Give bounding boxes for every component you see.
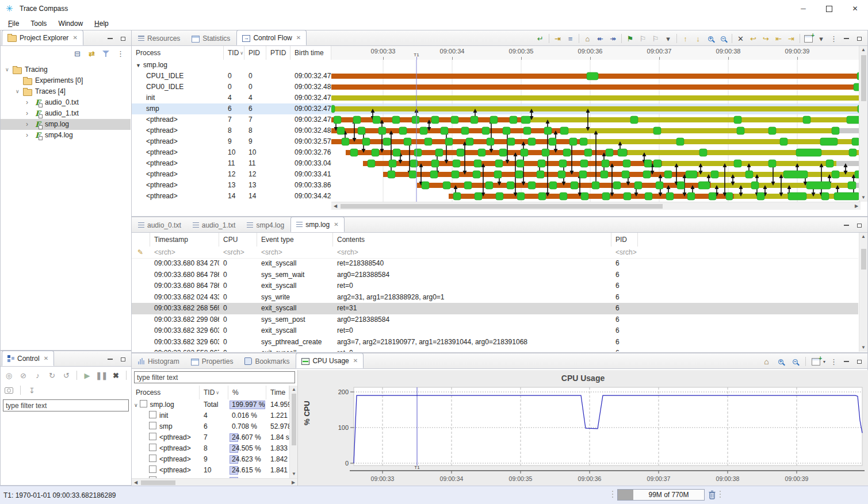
event-row[interactable]: 09:00:33.680 864 7860sys_sem_waitarg0=21…	[132, 270, 858, 281]
event-row[interactable]: 09:00:33.682 268 5690exit_syscallret=316	[132, 303, 858, 314]
cpu-filter-input[interactable]	[134, 371, 295, 383]
row-checkbox[interactable]	[149, 411, 156, 418]
events-vscrollbar[interactable]: ▲ ▼	[859, 233, 867, 352]
cpu-row-smp[interactable]: smp60.708 %52.978	[132, 421, 289, 432]
tab-histogram[interactable]: Histogram	[133, 354, 185, 368]
add-bookmark-icon[interactable]: ⚑	[624, 33, 636, 45]
column-header-event-type[interactable]: Event type	[257, 233, 333, 247]
go-first-icon[interactable]: ⇤	[773, 33, 785, 45]
column-header-process[interactable]: Process	[132, 386, 200, 399]
process-row-smp[interactable]: smp6609:00:32.4760	[132, 103, 331, 114]
close-icon[interactable]: ✕	[72, 34, 77, 41]
process-row-cpu1-idle[interactable]: CPU1_IDLE0009:00:32.4789	[132, 71, 331, 82]
disconnect-icon[interactable]: ⊘	[17, 370, 29, 382]
maximize-view-icon[interactable]	[117, 33, 129, 44]
minimize-view-icon[interactable]	[840, 356, 852, 367]
row-checkbox[interactable]	[149, 444, 156, 451]
view-dropdown-icon[interactable]: ▾	[815, 33, 827, 45]
tree-item-traces-4-[interactable]: ∨Traces [4]	[1, 86, 131, 97]
event-row[interactable]: 09:00:33.680 834 2700exit_syscallret=218…	[132, 258, 858, 270]
close-icon[interactable]: ✕	[296, 34, 301, 41]
refresh-icon[interactable]: ↻	[46, 370, 58, 382]
search-cell[interactable]: <srch>	[257, 247, 333, 258]
row-checkbox[interactable]	[149, 465, 156, 473]
expander-icon[interactable]: ▼	[136, 63, 141, 68]
timeline-hscrollbar[interactable]: ◀ ▶	[331, 202, 861, 210]
link-with-editor-icon[interactable]: ⇄	[86, 48, 98, 60]
event-row[interactable]: 09:00:33.682 329 6030sys_pthread_createa…	[132, 337, 858, 348]
grip-handle[interactable]	[612, 490, 614, 500]
tree-item-audio-1-txt[interactable]: ›Faudio_1.txt	[1, 108, 131, 119]
new-view-dropdown-icon[interactable]: ▾	[823, 359, 825, 364]
menu-item-file[interactable]: File	[2, 20, 25, 28]
cpu-row--pthread-[interactable]: <pthread>1024.615 %1.841 s	[132, 465, 289, 476]
import-trace-icon[interactable]: ↧	[26, 384, 38, 397]
column-header-pid[interactable]: PID	[611, 233, 638, 247]
column-header-tid[interactable]: TID∨	[224, 46, 244, 60]
tab-control[interactable]: Control ✕	[2, 351, 54, 366]
tree-item-audio-0-txt[interactable]: ›Faudio_0.txt	[1, 97, 131, 108]
tree-item-tracing[interactable]: ∨Tracing	[1, 64, 131, 75]
move-up-icon[interactable]: ↑	[679, 33, 691, 45]
grip-handle[interactable]	[720, 490, 722, 500]
tab-control-flow[interactable]: →Control Flow✕	[236, 30, 307, 45]
pause-trace-icon[interactable]: ❚❚	[95, 370, 108, 382]
close-icon[interactable]: ✕	[44, 355, 48, 361]
menu-item-tools[interactable]: Tools	[25, 20, 52, 28]
cpu-row-init[interactable]: init40.016 %1.221 m	[132, 410, 289, 421]
process-row-init[interactable]: init4409:00:32.4760	[132, 93, 331, 103]
expander-icon[interactable]: ∨	[16, 86, 23, 97]
column-header-tid[interactable]: TID∨	[200, 386, 228, 399]
row-checkbox[interactable]	[140, 400, 147, 407]
event-row[interactable]: 09:00:33.682 299 0860sys_sem_postarg0=21…	[132, 314, 858, 326]
timeline-axis[interactable]: 09:00:3309:00:3409:00:3509:00:3609:00:37…	[331, 46, 861, 60]
tab-smp-log[interactable]: smp.log✕	[290, 217, 344, 232]
reset-time-scale-icon[interactable]: ⌂	[760, 356, 773, 368]
maximize-view-icon[interactable]	[854, 220, 865, 230]
timeline-vscrollbar[interactable]: ▲ ▼	[859, 46, 867, 202]
maximize-view-icon[interactable]	[854, 356, 865, 367]
process-row--pthread-[interactable]: <pthread>131309:00:33.8687	[132, 180, 331, 191]
expander-icon[interactable]: ›	[26, 108, 33, 119]
tab-resources[interactable]: Resources	[133, 31, 185, 45]
maximize-view-icon[interactable]	[854, 33, 865, 44]
maximize-view-icon[interactable]	[117, 354, 129, 364]
prev-event-icon[interactable]: ↩	[747, 33, 759, 45]
menu-item-help[interactable]: Help	[89, 20, 114, 28]
expander-icon[interactable]: ∨	[134, 402, 138, 408]
process-row--pthread-[interactable]: <pthread>141409:00:34.4262	[132, 191, 331, 202]
tab-smp4-log[interactable]: smp4.log	[242, 218, 289, 232]
filter-icon[interactable]	[100, 48, 112, 60]
process-row--pthread-[interactable]: <pthread>101009:00:32.7662	[132, 147, 331, 158]
tree-item-experiments-0-[interactable]: Experiments [0]	[1, 75, 131, 86]
event-row[interactable]: 09:00:33.682 329 6030exit_syscallret=06	[132, 325, 858, 337]
close-icon[interactable]: ✕	[334, 221, 338, 228]
connect-icon[interactable]: ◎	[3, 370, 15, 382]
column-header-contents[interactable]: Contents	[333, 233, 611, 247]
cancel-selection-icon[interactable]: ✕	[735, 33, 747, 45]
process-row--pthread-[interactable]: <pthread>111109:00:33.0404	[132, 158, 331, 169]
process-row--pthread-[interactable]: <pthread>8809:00:32.4843	[132, 125, 331, 136]
new-view-icon[interactable]	[810, 356, 822, 368]
event-row[interactable]: 09:00:33.680 864 7860exit_syscallret=06	[132, 280, 858, 292]
move-down-icon[interactable]: ↓	[692, 33, 704, 45]
control-filter-input[interactable]	[3, 399, 129, 411]
event-row[interactable]: 09:00:33.682 024 4330sys_writearg2=31, a…	[132, 292, 858, 303]
run-gc-trash-icon[interactable]	[708, 490, 717, 500]
tree-item-smp-log[interactable]: ›Fsmp.log	[1, 119, 131, 130]
tab-cpu-usage[interactable]: CPU Usage✕	[296, 353, 364, 368]
event-row[interactable]: 09:00:33.682 558 9670exit_syscallret=06	[132, 348, 858, 352]
column-header-time[interactable]: Time	[266, 386, 289, 399]
dropdown-caret-icon[interactable]: ▾	[662, 33, 674, 45]
prev-marker-icon[interactable]: ⚐	[637, 33, 649, 45]
cpu-row--pthread-[interactable]: <pthread>724.607 %1.84 s	[132, 432, 289, 443]
view-menu-icon[interactable]: ⋮	[828, 33, 840, 45]
menu-item-window[interactable]: Window	[52, 20, 89, 28]
reset-time-scale-icon[interactable]: ⌂	[582, 33, 594, 45]
expander-icon[interactable]: ›	[26, 130, 33, 141]
next-marker-icon[interactable]: ⚐	[649, 33, 661, 45]
new-view-icon[interactable]	[802, 33, 815, 45]
process-row--pthread-[interactable]: <pthread>121209:00:33.4134	[132, 169, 331, 180]
control-flow-timeline[interactable]	[331, 60, 861, 202]
cpu-usage-chart[interactable]: CPU Usage % CPU 010020009:00:3309:00:340…	[297, 370, 868, 486]
